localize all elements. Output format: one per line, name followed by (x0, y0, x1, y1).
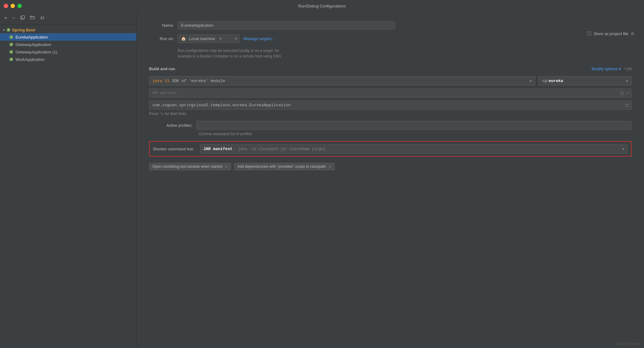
main-class-row: 🗒 (149, 101, 632, 110)
name-input[interactable] (178, 21, 395, 30)
svg-rect-1 (22, 16, 25, 19)
run-on-row: Run on: 🏠 Local machine ▾ Manage targets… (149, 34, 632, 43)
geteway-icon (9, 42, 14, 47)
tag1-close[interactable]: ✕ (225, 165, 228, 169)
window-title: Run/Debug Configurations (298, 4, 346, 8)
vm-options-row: 🗒 ⤢ (149, 89, 632, 98)
chevron-down-icon: ▾ (3, 28, 5, 32)
sort-button[interactable] (39, 14, 46, 22)
sidebar-item-label-geteway1: GetewayApplication (1) (16, 50, 57, 54)
sidebar-item-work[interactable]: WorkApplication (0, 56, 136, 63)
sidebar-toolbar: + − (0, 12, 136, 25)
work-icon (9, 57, 14, 62)
java-keyword: java 11 (152, 79, 170, 83)
expand-icon[interactable]: ⤢ (626, 91, 629, 95)
run-on-value: Local machine (189, 36, 215, 41)
run-on-label: Run on: (149, 36, 174, 41)
sidebar: + − ▾ (0, 12, 137, 348)
sdk-chevron-icon: ▾ (530, 79, 532, 83)
main-class-input[interactable] (149, 101, 632, 110)
titlebar: Run/Debug Configurations (0, 0, 644, 12)
shorten-chevron-icon: ▾ (622, 147, 624, 151)
active-profiles-label: Active profiles: (149, 123, 193, 128)
modify-shortcut: ⌥M (624, 66, 632, 71)
sdk-text: java 11 SDK of 'eureka' module (152, 79, 225, 83)
copy-button[interactable] (19, 14, 26, 22)
active-profiles-row: Active profiles: (149, 121, 632, 130)
tags-row: Open run/debug tool window when started … (149, 163, 632, 170)
sidebar-group-springboot[interactable]: ▾ Spring Boot (0, 26, 136, 33)
folder-button[interactable] (29, 14, 36, 22)
shorten-text: JAR manifest - java -cp classpath.jar cl… (203, 146, 325, 151)
vm-options-input[interactable] (149, 89, 632, 98)
maximize-button[interactable] (17, 4, 22, 8)
geteway1-icon (9, 49, 14, 54)
run-on-dropdown[interactable]: 🏠 Local machine ▾ (178, 34, 240, 43)
springboot-group-icon (6, 27, 11, 32)
sidebar-item-eureka[interactable]: EurekaApplication (0, 33, 136, 41)
modify-options-label: Modify options (592, 66, 618, 71)
sidebar-group-label: Spring Boot (12, 28, 35, 32)
cp-text: -cp eureka (542, 78, 563, 83)
gear-icon[interactable]: ⚙ (631, 31, 635, 36)
sidebar-item-geteway[interactable]: GetewayApplication (0, 41, 136, 48)
vm-options-icons: 🗒 ⤢ (620, 91, 629, 95)
shorten-value: JAR manifest (203, 147, 233, 151)
cp-flag: -cp (542, 78, 549, 83)
sidebar-item-geteway1[interactable]: GetewayApplication (1) (0, 48, 136, 56)
tag2-label: Add dependencies with "provided" scope t… (238, 164, 326, 169)
shorten-dropdown[interactable]: JAR manifest - java -cp classpath.jar cl… (200, 144, 628, 153)
content-panel: Store as project file ⚙ Name: Run on: 🏠 … (137, 12, 644, 348)
run-info-text: Run configurations may be executed local… (178, 48, 632, 59)
shorten-suffix-text: - java -cp classpath.jar className [args… (234, 147, 325, 151)
shorten-label: Shorten command line: (153, 147, 196, 151)
cp-chevron-icon: ▾ (626, 79, 628, 83)
store-checkbox[interactable] (587, 31, 591, 36)
profiles-input[interactable] (196, 121, 632, 130)
tag1-label: Open run/debug tool window when started (152, 164, 222, 169)
modify-options-link[interactable]: Modify options ▾ ⌥M (592, 66, 632, 71)
name-label: Name: (149, 23, 174, 28)
manage-targets-link[interactable]: Manage targets... (243, 36, 275, 41)
minimize-button[interactable] (11, 4, 15, 8)
watermark: CSDN @zxguan (615, 342, 640, 346)
cp-value: eureka (549, 79, 563, 83)
profiles-hint: Comma separated list of profiles (199, 132, 632, 136)
tag-add-dependencies: Add dependencies with "provided" scope t… (234, 163, 335, 170)
cp-dropdown[interactable]: -cp eureka ▾ (538, 76, 632, 85)
shorten-command-line-row: Shorten command line: JAR manifest - jav… (149, 141, 632, 157)
sdk-dropdown[interactable]: java 11 SDK of 'eureka' module ▾ (149, 76, 535, 85)
sidebar-item-label-work: WorkApplication (16, 57, 45, 62)
store-row: Store as project file ⚙ (587, 31, 635, 36)
sidebar-item-label-eureka: EurekaApplication (16, 35, 48, 39)
sidebar-item-label-geteway: GetewayApplication (16, 42, 51, 47)
home-icon: 🏠 (181, 36, 186, 41)
browse-icon[interactable]: 🗒 (625, 103, 629, 108)
field-hint: Press ⌥ for field hints (149, 112, 632, 116)
close-button[interactable] (4, 4, 8, 8)
add-button[interactable]: + (3, 15, 8, 21)
build-run-header: Build and run Modify options ▾ ⌥M (149, 66, 632, 71)
tag2-close[interactable]: ✕ (329, 165, 331, 169)
tag-open-run-debug: Open run/debug tool window when started … (149, 163, 231, 170)
sidebar-tree: ▾ Spring Boot EurekaA (0, 25, 136, 348)
window-controls (4, 4, 22, 8)
eureka-icon (9, 34, 14, 39)
dropdown-chevron-icon: ▾ (619, 66, 621, 71)
remove-button[interactable]: − (11, 15, 16, 21)
store-label: Store as project file (594, 31, 628, 36)
run-on-dropdown-wrapper: 🏠 Local machine ▾ (178, 34, 240, 43)
name-row: Name: (149, 21, 632, 30)
document-icon[interactable]: 🗒 (620, 91, 624, 95)
build-run-title: Build and run (149, 66, 175, 71)
sdk-row: java 11 SDK of 'eureka' module ▾ -cp eur… (149, 76, 632, 85)
sdk-suffix: SDK of 'eureka' module (172, 79, 225, 83)
